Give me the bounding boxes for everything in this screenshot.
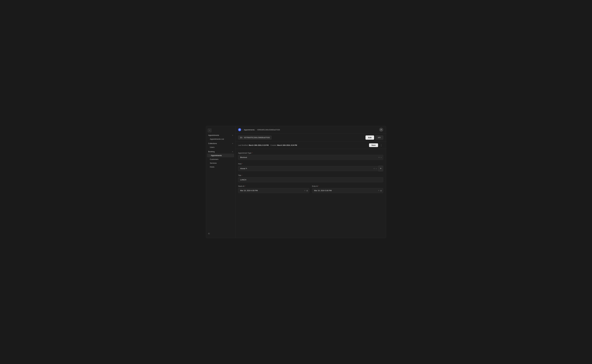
form-area: Last Modified: March 19th 2024, 8:19 PM … — [235, 142, 386, 238]
booking-chevron-icon: ∧ — [232, 151, 233, 152]
ends-at-required: * — [318, 185, 319, 187]
form-fields: Appointment Type * Blockout ✕ ∨ — [235, 149, 386, 199]
starts-at-field[interactable]: Mar 19, 2024 4:00 PM ✕ ▦ — [238, 188, 309, 193]
host-controls: ✕ ∨ — [373, 168, 378, 169]
appointments-arrow-icon: › — [210, 155, 210, 156]
sidebar-item-users-label: Users — [210, 146, 215, 148]
host-clear-icon[interactable]: ✕ — [373, 168, 375, 169]
id-badge: ID: 65f60df01366c50680a07036 — [238, 136, 272, 140]
appointment-type-label: Appointment Type * — [238, 152, 383, 154]
ends-at-calendar-icon[interactable]: ▦ — [380, 190, 382, 192]
appointment-type-clear-icon[interactable]: ✕ — [378, 156, 380, 158]
sidebar-section-booking: Booking ∧ › Appointments Customers Servi… — [206, 150, 235, 169]
form-meta-text: Last Modified: March 19th 2024, 8:19 PM … — [238, 144, 297, 146]
title-label: Title * — [238, 175, 383, 176]
form-meta-actions: Save ⋮ — [369, 143, 383, 147]
more-options-button[interactable]: ⋮ — [379, 143, 383, 147]
appointment-type-required: * — [252, 152, 253, 154]
form-meta-bar: Last Modified: March 19th 2024, 8:19 PM … — [235, 142, 386, 149]
sidebar-item-services[interactable]: Services — [207, 161, 234, 165]
starts-at-value: Mar 19, 2024 4:00 PM — [238, 188, 304, 193]
created-value: March 16th 2024, 9:24 PM — [277, 144, 297, 146]
date-row: Starts At * Mar 19, 2024 4:00 PM ✕ ▦ — [238, 185, 383, 196]
title-group: Title * — [238, 175, 383, 182]
logo-icon: N — [238, 128, 241, 131]
sidebar-section-appointments-header[interactable]: Appointments ∧ — [206, 133, 235, 137]
starts-at-clear-icon[interactable]: ✕ — [304, 190, 306, 192]
sidebar-item-users[interactable]: Users — [207, 145, 234, 149]
sidebar-section-booking-label: Booking — [208, 151, 215, 153]
appointment-type-controls: ✕ ∨ — [378, 156, 383, 158]
sidebar-section-collections: Collections ∧ Users — [206, 142, 235, 149]
starts-at-group: Starts At * Mar 19, 2024 4:00 PM ✕ ▦ — [238, 185, 309, 193]
host-group: Host * Ahmet ✎ ✕ ∨ + — [238, 163, 383, 171]
main-content: N / Appointments / 65f60df01366c50680a07… — [235, 126, 386, 238]
sidebar-item-customers-label: Customers — [210, 158, 218, 160]
ends-at-group: Ends At * Mar 19, 2024 5:00 PM ✕ ▦ — [312, 185, 383, 193]
ends-at-label: Ends At * — [312, 185, 383, 187]
host-value: Ahmet ✎ — [238, 166, 373, 171]
svg-point-0 — [381, 129, 382, 130]
host-label: Host * — [238, 163, 383, 165]
sidebar-section-appointments-label: Appointments — [208, 134, 219, 136]
starts-at-label: Starts At * — [238, 185, 309, 187]
appointment-type-chevron-icon[interactable]: ∨ — [381, 156, 382, 158]
sidebar-item-customers[interactable]: Customers — [207, 157, 234, 161]
starts-at-required: * — [245, 185, 245, 187]
host-select[interactable]: Ahmet ✎ ✕ ∨ — [238, 166, 378, 171]
sidebar-section-collections-label: Collections — [208, 143, 217, 144]
app-window: ‹ Appointments ∧ Appointments List Colle… — [206, 126, 386, 238]
api-button[interactable]: API — [375, 136, 383, 140]
host-required: * — [242, 163, 243, 165]
collections-chevron-icon: ∧ — [232, 143, 233, 144]
top-bar: N / Appointments / 65f60df01366c50680a07… — [235, 126, 386, 134]
sidebar-section-appointments: Appointments ∧ Appointments List — [206, 133, 235, 141]
edit-button[interactable]: Edit — [365, 136, 374, 140]
appointment-type-group: Appointment Type * Blockout ✕ ∨ — [238, 152, 383, 160]
logout-button[interactable]: ⎋ — [208, 232, 210, 235]
host-wrapper: Ahmet ✎ ✕ ∨ + — [238, 166, 383, 171]
breadcrumb-appointments-link[interactable]: Appointments — [244, 129, 255, 131]
appointment-type-value: Blockout — [238, 155, 378, 160]
sidebar-collapse-button[interactable]: ‹ — [208, 129, 211, 132]
sidebar-item-appointments-list[interactable]: Appointments List — [207, 137, 234, 141]
ends-at-controls: ✕ ▦ — [378, 190, 383, 192]
last-modified-value: March 19th 2024, 8:19 PM — [249, 144, 269, 146]
sidebar-item-appointments[interactable]: › Appointments — [207, 154, 234, 157]
sidebar-item-appointments-label: Appointments — [211, 154, 222, 156]
host-chevron-icon[interactable]: ∨ — [376, 168, 377, 169]
sidebar: ‹ Appointments ∧ Appointments List Colle… — [206, 126, 235, 238]
breadcrumb-sep-1: / — [242, 129, 243, 131]
ends-at-value: Mar 19, 2024 5:00 PM — [312, 188, 378, 193]
created-label: Created: — [270, 144, 277, 146]
appointments-chevron-icon: ∧ — [232, 135, 233, 136]
user-avatar[interactable] — [379, 128, 383, 132]
action-buttons: Edit API — [365, 136, 383, 140]
sidebar-item-hosts[interactable]: Hosts — [207, 165, 234, 169]
sidebar-item-appointments-list-label: Appointments List — [210, 138, 224, 140]
sidebar-bottom: ⎋ — [206, 230, 235, 237]
starts-at-controls: ✕ ▦ — [304, 190, 309, 192]
breadcrumb-current: 65f60df01366c50680a07036 — [257, 129, 280, 131]
sidebar-section-collections-header[interactable]: Collections ∧ — [206, 142, 235, 145]
save-button[interactable]: Save — [369, 143, 378, 147]
title-input[interactable] — [238, 177, 383, 182]
appointment-type-select[interactable]: Blockout ✕ ∨ — [238, 155, 383, 160]
breadcrumb: N / Appointments / 65f60df01366c50680a07… — [238, 128, 280, 131]
host-add-button[interactable]: + — [378, 166, 383, 171]
sidebar-item-hosts-label: Hosts — [210, 166, 214, 168]
id-action-bar: ID: 65f60df01366c50680a07036 Edit API — [235, 134, 386, 142]
sidebar-section-booking-header[interactable]: Booking ∧ — [206, 150, 235, 153]
starts-at-calendar-icon[interactable]: ▦ — [306, 190, 308, 192]
last-modified-label: Last Modified: — [238, 144, 248, 146]
sidebar-item-services-label: Services — [210, 162, 217, 164]
title-required: * — [242, 175, 242, 176]
breadcrumb-sep-2: / — [256, 129, 256, 131]
ends-at-field[interactable]: Mar 19, 2024 5:00 PM ✕ ▦ — [312, 188, 383, 193]
ends-at-clear-icon[interactable]: ✕ — [378, 190, 379, 192]
